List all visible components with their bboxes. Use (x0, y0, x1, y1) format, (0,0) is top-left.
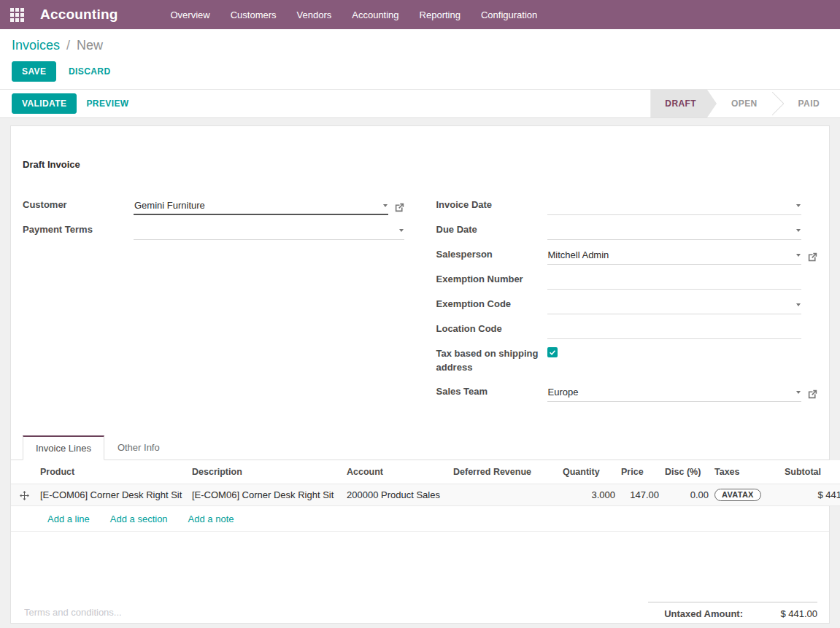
field-exemption-code: Exemption Code (436, 295, 818, 314)
cell-account[interactable]: 200000 Product Sales (344, 484, 450, 506)
sales-team-input[interactable]: Europe (547, 384, 802, 402)
field-payment-terms: Payment Terms (23, 221, 404, 240)
chevron-down-icon[interactable] (383, 204, 388, 207)
field-salesperson: Salesperson Mitchell Admin (436, 246, 818, 265)
chevron-down-icon[interactable] (796, 391, 801, 394)
breadcrumb: Invoices / New (12, 38, 828, 53)
cell-disc[interactable]: 0.00 (662, 484, 712, 506)
form-fields: Customer Gemini Furniture Payment Terms (11, 196, 829, 408)
payment-terms-input[interactable] (134, 222, 404, 240)
status-bar: DRAFT OPEN PAID (650, 90, 834, 117)
field-sales-team: Sales Team Europe (436, 383, 818, 402)
customer-label: Customer (23, 196, 134, 215)
breadcrumb-invoices-link[interactable]: Invoices (12, 38, 60, 53)
terms-section (23, 606, 817, 619)
chevron-down-icon[interactable] (796, 229, 801, 232)
discard-button[interactable]: DISCARD (59, 62, 120, 81)
menu-accounting[interactable]: Accounting (342, 0, 409, 29)
status-draft[interactable]: DRAFT (650, 90, 717, 117)
apps-grid-icon[interactable] (10, 8, 24, 22)
control-panel: Invoices / New SAVE DISCARD (0, 29, 840, 89)
preview-button[interactable]: PREVIEW (77, 94, 138, 113)
main-menu: Overview Customers Vendors Accounting Re… (161, 0, 548, 29)
add-a-section-link[interactable]: Add a section (110, 513, 168, 524)
exemption-number-input[interactable] (547, 272, 802, 290)
tax-badge[interactable]: AVATAX (714, 489, 761, 501)
sales-team-label: Sales Team (436, 383, 547, 402)
customer-value: Gemini Furniture (134, 200, 205, 211)
add-a-note-link[interactable]: Add a note (188, 513, 234, 524)
invoice-lines-table: Product Description Account Deferred Rev… (11, 460, 840, 506)
field-tax-based-on-shipping: Tax based on shipping address (436, 345, 818, 377)
field-due-date: Due Date (436, 221, 818, 240)
customer-input[interactable]: Gemini Furniture (134, 198, 388, 215)
tax-shipping-label: Tax based on shipping address (436, 345, 547, 377)
cell-description[interactable]: [E-COM06] Corner Desk Right Sit (189, 484, 344, 506)
col-deferred-revenue[interactable]: Deferred Revenue (450, 460, 560, 484)
cell-price[interactable]: 147.00 (618, 484, 662, 506)
tax-row: Tax: $ 0.00 (648, 623, 817, 628)
invoice-date-input[interactable] (547, 198, 802, 215)
validate-button[interactable]: VALIDATE (12, 93, 77, 114)
cell-quantity[interactable]: 3.000 (560, 484, 618, 506)
customer-external-link-icon[interactable] (395, 203, 404, 212)
tab-other-info[interactable]: Other Info (104, 435, 173, 460)
status-paid[interactable]: PAID (784, 90, 834, 117)
due-date-label: Due Date (436, 221, 547, 240)
exemption-code-label: Exemption Code (436, 295, 547, 314)
chevron-down-icon[interactable] (796, 303, 801, 306)
chevron-down-icon[interactable] (796, 254, 801, 257)
field-invoice-date: Invoice Date (436, 196, 818, 215)
payment-terms-label: Payment Terms (23, 221, 134, 240)
salesperson-external-link-icon[interactable] (808, 252, 817, 262)
menu-reporting[interactable]: Reporting (409, 0, 471, 29)
menu-customers[interactable]: Customers (220, 0, 287, 29)
location-code-input[interactable] (547, 322, 802, 339)
cell-deferred-revenue[interactable] (450, 484, 560, 506)
menu-configuration[interactable]: Configuration (471, 0, 547, 29)
exemption-code-input[interactable] (547, 297, 802, 314)
col-subtotal[interactable]: Subtotal (782, 460, 840, 484)
salesperson-label: Salesperson (436, 246, 547, 265)
col-product[interactable]: Product (37, 460, 189, 484)
add-a-line-link[interactable]: Add a line (47, 513, 90, 524)
breadcrumb-current: New (77, 38, 103, 53)
due-date-input[interactable] (547, 222, 802, 240)
col-price[interactable]: Price (618, 460, 662, 484)
page-content: Draft Invoice Customer Gemini Furniture (0, 118, 840, 628)
save-button[interactable]: SAVE (12, 61, 56, 82)
invoice-toolbar: VALIDATE PREVIEW DRAFT OPEN PAID (0, 89, 840, 118)
cell-taxes[interactable]: AVATAX (712, 484, 782, 506)
drag-handle-icon[interactable] (20, 491, 29, 500)
invoice-line-row[interactable]: [E-COM06] Corner Desk Right Sit [E-COM06… (11, 484, 840, 506)
salesperson-input[interactable]: Mitchell Admin (547, 247, 802, 265)
menu-overview[interactable]: Overview (161, 0, 220, 29)
record-actions: SAVE DISCARD (12, 61, 828, 82)
app-title: Accounting (40, 7, 118, 23)
cell-subtotal: $ 441.00 (782, 484, 840, 506)
col-taxes[interactable]: Taxes (712, 460, 782, 484)
form-title: Draft Invoice (23, 159, 817, 170)
breadcrumb-separator: / (66, 38, 70, 53)
tab-invoice-lines[interactable]: Invoice Lines (23, 435, 104, 460)
sales-team-external-link-icon[interactable] (808, 389, 817, 399)
invoice-form-sheet: Draft Invoice Customer Gemini Furniture (10, 125, 830, 624)
salesperson-value: Mitchell Admin (548, 249, 609, 260)
invoice-date-label: Invoice Date (436, 196, 547, 215)
notebook-tabs: Invoice Lines Other Info (11, 435, 829, 460)
chevron-down-icon[interactable] (796, 204, 801, 207)
field-location-code: Location Code (436, 320, 818, 339)
location-code-label: Location Code (436, 320, 547, 339)
col-quantity[interactable]: Quantity (560, 460, 618, 484)
tax-shipping-checkbox[interactable] (547, 347, 558, 357)
col-description[interactable]: Description (189, 460, 344, 484)
terms-and-conditions-input[interactable] (23, 606, 499, 619)
col-disc[interactable]: Disc (%) (662, 460, 712, 484)
sales-team-value: Europe (548, 387, 579, 398)
menu-vendors[interactable]: Vendors (287, 0, 342, 29)
chevron-down-icon[interactable] (399, 229, 404, 232)
exemption-number-label: Exemption Number (436, 271, 547, 290)
col-account[interactable]: Account (344, 460, 450, 484)
status-open[interactable]: OPEN (717, 90, 772, 117)
cell-product[interactable]: [E-COM06] Corner Desk Right Sit (37, 484, 189, 506)
